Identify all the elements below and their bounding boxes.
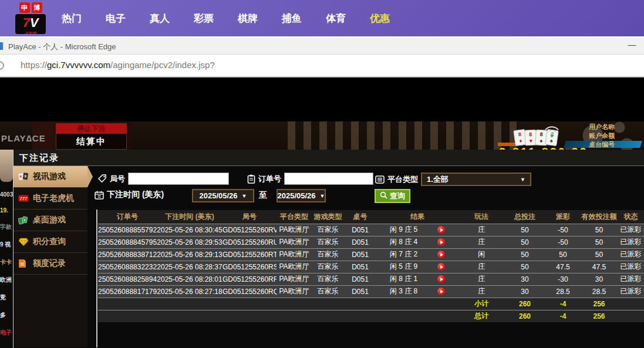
table-number-cell: D051 xyxy=(344,248,376,261)
search-button[interactable]: 查询 xyxy=(375,189,410,203)
platform-cell: PA欧洲厅 xyxy=(277,261,312,273)
result-text: 闲 8 庄 4 xyxy=(390,237,417,247)
sidebar-item-label: 视讯游戏 xyxy=(33,171,66,182)
round-filter: 局号 xyxy=(98,173,229,185)
nav-item-电子[interactable]: 电子 xyxy=(106,12,126,25)
browser-urlbar[interactable]: https://gci.7vvvvvv.com/agingame/pcv2/in… xyxy=(0,55,644,77)
betting-status-box: 停止下注 结算中 xyxy=(56,123,127,150)
bet-time-cell: 2025-05-26 08:29:13 xyxy=(157,248,222,261)
play-type-cell: 庄 xyxy=(458,273,504,285)
total-bet-cell: 50 xyxy=(504,248,545,261)
date-from-select[interactable]: 2025/05/26▼ xyxy=(192,189,254,202)
play-video-button[interactable] xyxy=(437,263,445,271)
total-valid: 256 xyxy=(581,310,618,322)
result-text: 闲 7 庄 2 xyxy=(390,249,417,259)
table-header-cell: 订单号 xyxy=(98,210,157,224)
sidebar-item-积分查询[interactable]: 积分查询 xyxy=(14,231,87,253)
date-to-select[interactable]: 2025/05/26▼ xyxy=(277,189,326,202)
result-text: 闲 9 庄 5 xyxy=(390,225,417,235)
empty-cell xyxy=(344,298,376,310)
play-video-button[interactable] xyxy=(437,251,445,258)
search-icon xyxy=(380,191,387,201)
result-cell: 闲 5 庄 9 xyxy=(376,261,458,273)
status-cell: 已派彩 xyxy=(618,236,644,248)
order-number-cell: 250526088855792 xyxy=(98,224,157,236)
round-input[interactable] xyxy=(128,173,229,185)
order-number-cell: 250526088838712 xyxy=(98,248,157,261)
nav-item-热门[interactable]: 热门 xyxy=(62,12,82,25)
play-video-button[interactable] xyxy=(437,238,445,246)
nav-item-优惠[interactable]: 优惠 xyxy=(370,12,390,25)
valid-bet-cell: 47.5 xyxy=(581,261,618,273)
empty-cell xyxy=(376,298,458,310)
site-logo[interactable]: 申 博 7V .com xyxy=(12,2,49,34)
sidebar-item-电子老虎机[interactable]: 777电子老虎机 xyxy=(14,188,87,210)
valid-bet-cell: 28.5 xyxy=(581,285,618,298)
avatar xyxy=(0,150,13,182)
nav-item-体育[interactable]: 体育 xyxy=(326,12,346,25)
order-number-cell: 250526088845795 xyxy=(98,236,157,248)
game-type-cell: 百家乐 xyxy=(312,273,344,285)
address-url[interactable]: https://gci.7vvvvvv.com/agingame/pcv2/in… xyxy=(21,60,215,70)
bet-time-cell: 2025-05-26 08:28:37 xyxy=(157,261,222,273)
nav-item-彩票[interactable]: 彩票 xyxy=(194,12,214,25)
table-header-cell: 有效投注额 xyxy=(581,210,618,224)
nav-item-棋牌[interactable]: 棋牌 xyxy=(238,12,258,25)
round-id-cell: GD051255260RQ xyxy=(222,285,277,298)
nav-item-真人[interactable]: 真人 xyxy=(150,12,170,25)
sidebar-item-桌面游戏[interactable]: ♠桌面游戏 xyxy=(14,210,87,231)
bet-time-cell: 2025-05-26 08:29:53 xyxy=(157,236,222,248)
cards-icon: K9 xyxy=(18,172,29,181)
round-id-cell: GD051255260RS xyxy=(222,261,277,273)
panel-title: 下注记录 xyxy=(14,150,644,166)
platform-cell: PA欧洲厅 xyxy=(277,273,312,285)
empty-cell xyxy=(618,310,644,322)
result-text: 闲 3 庄 8 xyxy=(390,286,417,296)
platform-cell: PA欧洲厅 xyxy=(277,285,312,298)
play-type-cell: 庄 xyxy=(458,261,504,273)
play-type-cell: 庄 xyxy=(458,236,504,248)
logo-badge-1: 申 xyxy=(19,2,30,13)
minimize-button[interactable]: — xyxy=(628,41,636,50)
account-label: 账户余额 xyxy=(589,131,615,140)
background-fragment: 19. xyxy=(0,207,13,214)
background-fragment: 电子 xyxy=(0,329,13,337)
payout-cell: 47.5 xyxy=(545,261,581,273)
background-bleed-column: 400319.字款9 视卡卡欧洲竞多电子 xyxy=(0,150,13,348)
game-type-cell: 百家乐 xyxy=(312,224,344,236)
valid-bet-cell: 30 xyxy=(581,273,618,285)
stop-betting-label: 停止下注 xyxy=(56,124,126,134)
casino-banner: PLAY∆CE 停止下注 结算中 8♦8♥8♠8♠ 2,811,820.23 用… xyxy=(0,121,644,150)
platform-select[interactable]: 1.全部 ▼ xyxy=(421,173,531,186)
chevron-down-icon: ▼ xyxy=(242,193,247,199)
total-bet-cell: 30 xyxy=(504,285,545,298)
nav-item-捕鱼[interactable]: 捕鱼 xyxy=(282,12,302,25)
sidebar-item-额度记录[interactable]: 额度记录 xyxy=(14,253,87,275)
site-info-icon[interactable] xyxy=(0,61,4,70)
payout-cell: -50 xyxy=(545,236,581,248)
order-input[interactable] xyxy=(284,173,373,185)
play-video-button[interactable] xyxy=(437,288,445,295)
empty-cell xyxy=(277,298,312,310)
empty-cell xyxy=(98,298,157,310)
total-bet-cell: 50 xyxy=(504,224,545,236)
status-cell: 已派彩 xyxy=(618,285,644,298)
list-icon xyxy=(375,175,385,184)
tab-favicon xyxy=(0,42,3,50)
empty-cell xyxy=(376,310,458,322)
play-video-button[interactable] xyxy=(437,226,445,234)
bet-records-table: 订单号下注时间 (美东)局号平台类型游戏类型桌号结果玩法总投注派彩有效投注额状态… xyxy=(98,210,644,322)
window-title: PlayAce - 个人 - Microsoft Edge xyxy=(8,42,116,52)
payout-cell: -30 xyxy=(545,273,581,285)
platform-label: 平台类型 xyxy=(387,174,418,185)
table-number-cell: D051 xyxy=(344,236,376,248)
empty-cell xyxy=(618,298,644,310)
status-cell: 已派彩 xyxy=(618,261,644,273)
empty-cell xyxy=(157,310,222,322)
round-id-cell: GD051255260RR xyxy=(222,273,277,285)
table-games-icon: ♠ xyxy=(18,215,29,225)
round-id-cell: GD051255260RV xyxy=(222,224,277,236)
play-video-button[interactable] xyxy=(437,275,445,283)
valid-bet-cell: 50 xyxy=(581,236,618,248)
sidebar-item-视讯游戏[interactable]: K9视讯游戏 xyxy=(14,166,87,188)
